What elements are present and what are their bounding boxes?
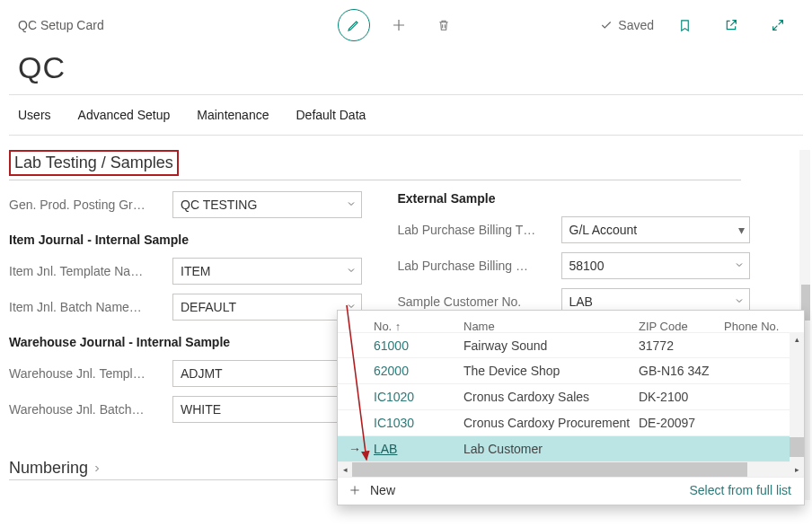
lookup-col-name[interactable]: Name [463,320,495,333]
lookup-row[interactable]: 62000 The Device Shop GB-N16 34Z [338,358,804,384]
select-lab-billing-type[interactable]: G/L Account [561,216,751,243]
page-caption: QC Setup Card [18,18,104,32]
numbering-label: Numbering [9,459,88,478]
section-title-lab-testing[interactable]: Lab Testing / Samples [9,150,179,176]
label-lab-billing-no: Lab Purchase Billing … [398,259,551,273]
scroll-up-icon[interactable]: ▴ [790,332,804,347]
selected-arrow-icon: → [349,442,361,456]
label-sample-customer: Sample Customer No. [398,294,551,309]
saved-indicator: Saved [600,18,654,32]
lookup-vscroll-thumb[interactable] [790,437,804,457]
page-title: QC [0,50,812,94]
tab-users[interactable]: Users [18,108,51,122]
lookup-name: The Device Shop [463,364,560,378]
lookup-new-button[interactable]: New [349,483,395,497]
lookup-dropdown: No. ↑ Name ZIP Code Phone No. 61000 Fair… [337,310,805,505]
lookup-name: Cronus Cardoxy Procurement [463,416,630,430]
lookup-no[interactable]: 61000 [374,338,409,353]
popout-icon[interactable] [715,9,747,41]
lookup-name: Cronus Cardoxy Sales [463,390,589,404]
label-item-template: Item Jnl. Template Na… [9,264,162,278]
lookup-no[interactable]: LAB [374,442,397,456]
label-gen-prod-posting: Gen. Prod. Posting Gr… [9,198,162,212]
select-full-list-link[interactable]: Select from full list [689,483,791,497]
input-gen-prod-posting[interactable] [172,191,362,218]
lookup-row[interactable]: IC1020 Cronus Cardoxy Sales DK-2100 [338,384,804,410]
lookup-col-no[interactable]: No. ↑ [374,320,401,333]
lookup-zip: DE-20097 [639,416,695,430]
action-bar: Users Advanced Setup Maintenance Default… [9,94,803,136]
scroll-left-icon[interactable]: ◂ [338,462,352,477]
lookup-row[interactable]: 61000 Fairway Sound 31772 [338,332,804,358]
lookup-col-phone[interactable]: Phone No. [724,320,779,333]
form-left-column: Gen. Prod. Posting Gr… Item Journal - In… [9,191,362,423]
plus-icon [349,484,361,496]
lookup-row[interactable]: IC1030 Cronus Cardoxy Procurement DE-200… [338,410,804,436]
lookup-name: Lab Customer [463,442,543,456]
lookup-zip: 31772 [639,338,674,353]
expand-icon[interactable] [762,9,794,41]
lookup-vscroll[interactable]: ▴ [790,332,804,462]
lookup-hscroll-thumb[interactable] [352,462,747,477]
tab-maintenance[interactable]: Maintenance [197,108,269,122]
input-lab-billing-no[interactable] [561,252,751,279]
edit-icon[interactable] [338,9,370,41]
saved-label: Saved [618,18,654,32]
bookmark-icon[interactable] [668,9,701,41]
lookup-name: Fairway Sound [463,338,547,353]
delete-icon[interactable] [428,9,460,41]
lookup-col-zip[interactable]: ZIP Code [639,320,688,333]
new-icon[interactable] [383,9,415,41]
label-lab-billing-type: Lab Purchase Billing T… [398,223,551,237]
lookup-no[interactable]: IC1030 [374,416,414,430]
subhead-item-journal: Item Journal - Internal Sample [9,233,362,247]
input-item-batch[interactable] [172,294,362,321]
header-action-group [338,9,460,41]
lookup-no[interactable]: IC1020 [374,390,414,404]
input-wh-template[interactable] [172,360,362,387]
lookup-new-label: New [370,483,395,497]
input-item-template[interactable] [172,258,362,285]
header-bar: QC Setup Card Saved [0,0,812,50]
lookup-row-selected[interactable]: → LAB Lab Customer [338,436,804,462]
subhead-warehouse-journal: Warehouse Journal - Internal Sample [9,335,362,349]
tab-advanced-setup[interactable]: Advanced Setup [78,108,171,122]
input-wh-batch[interactable] [172,396,362,423]
tab-default-data[interactable]: Default Data [296,108,366,122]
lookup-zip: DK-2100 [639,390,688,404]
subhead-external-sample: External Sample [398,191,751,206]
chevron-right-icon [92,463,102,474]
lookup-zip: GB-N16 34Z [639,364,710,378]
label-item-batch: Item Jnl. Batch Name… [9,300,162,314]
scroll-right-icon[interactable]: ▸ [790,462,804,477]
lookup-row-container: 61000 Fairway Sound 31772 62000 The Devi… [338,332,804,462]
lookup-no[interactable]: 62000 [374,364,409,378]
lookup-hscroll[interactable]: ◂ ▸ [338,462,804,477]
label-wh-template: Warehouse Jnl. Templ… [9,366,162,381]
label-wh-batch: Warehouse Jnl. Batch… [9,402,162,417]
